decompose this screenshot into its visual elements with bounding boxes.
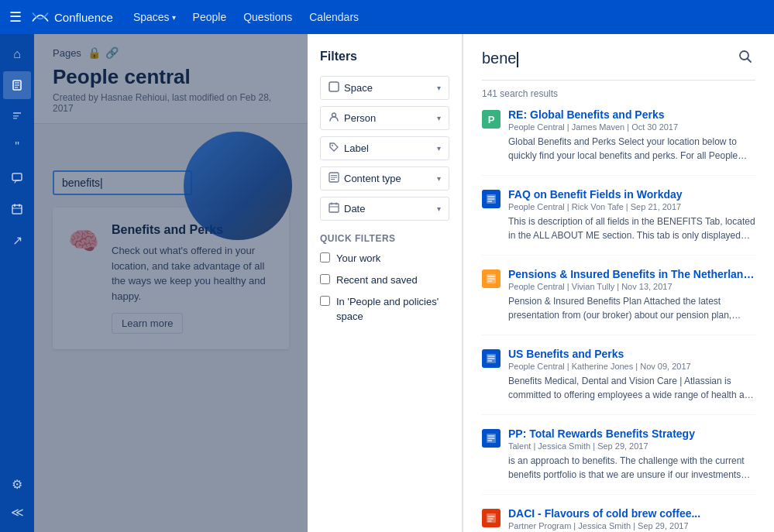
svg-line-21: [748, 59, 752, 63]
recent-saved-label: Recent and saved: [336, 273, 418, 287]
content-type-filter-label: Content type: [344, 173, 401, 184]
nav-spaces[interactable]: Spaces ▾: [126, 8, 184, 26]
sidebar-item-calendar[interactable]: [3, 195, 31, 223]
comment-icon: [11, 172, 23, 184]
content-type-filter-icon: [329, 172, 339, 185]
result-snippet-3: Pension & Insured Benefits Plan Attached…: [508, 294, 755, 322]
filters-title: Filters: [320, 50, 449, 63]
sidebar-item-collapse[interactable]: ≪: [3, 498, 31, 526]
nav-questions[interactable]: Questions: [236, 8, 300, 26]
space-chevron-icon: ▾: [437, 84, 441, 92]
result-body-3: Pensions & Insured Benefits in The Nethe…: [508, 268, 755, 322]
result-body-2: FAQ on Benefit Fields in Workday People …: [508, 188, 755, 242]
result-title-4: US Benefits and Perks: [508, 348, 755, 360]
result-meta-4: People Central | Katherine Jones | Nov 0…: [508, 362, 755, 371]
result-icon-3: [482, 269, 501, 288]
confluence-logo-icon: [31, 8, 50, 26]
date-filter-icon: [329, 202, 339, 215]
sidebar-item-quote[interactable]: ": [3, 133, 31, 161]
calendar-icon: [11, 203, 23, 215]
in-space-checkbox[interactable]: [320, 296, 330, 306]
sidebar-item-settings[interactable]: ⚙: [3, 470, 31, 498]
search-cursor: [517, 52, 518, 67]
recent-and-saved-filter[interactable]: Recent and saved: [320, 273, 449, 287]
result-snippet-1: Global Benefits and Perks Select your lo…: [508, 135, 755, 163]
content-type-filter-button[interactable]: Content type ▾: [320, 166, 449, 190]
blog-icon: [11, 110, 23, 122]
your-work-checkbox[interactable]: [320, 252, 330, 263]
main-layout: ⌂ ": [0, 34, 774, 532]
sidebar-item-pages[interactable]: [3, 71, 31, 99]
svg-rect-16: [329, 204, 339, 212]
result-item[interactable]: P RE: Global Benefits and Perks People C…: [482, 108, 755, 176]
person-filter-button[interactable]: Person ▾: [320, 106, 449, 130]
content-panel: Pages 🔒 🔗 People central Created by Hasn…: [34, 34, 308, 532]
your-work-filter[interactable]: Your work: [320, 252, 449, 266]
in-space-label: In 'People and policies' space: [336, 295, 449, 323]
hamburger-menu[interactable]: ☰: [9, 9, 22, 26]
result-snippet-2: This is description of all fields in the…: [508, 215, 755, 242]
result-icon-6: [482, 509, 501, 527]
search-query-display[interactable]: bene: [482, 50, 518, 67]
result-item[interactable]: PP: Total Rewards Benefits Strategy Tale…: [482, 427, 755, 495]
date-filter-button[interactable]: Date ▾: [320, 197, 449, 221]
result-meta-1: People Central | James Maven | Oct 30 20…: [508, 122, 755, 132]
result-snippet-5: is an approach to benefits. The challeng…: [508, 454, 755, 482]
result-body-1: RE: Global Benefits and Perks People Cen…: [508, 108, 755, 163]
result-title-1: RE: Global Benefits and Perks: [508, 108, 755, 121]
logo-text: Confluence: [54, 11, 113, 24]
result-item[interactable]: US Benefits and Perks People Central | K…: [482, 348, 755, 415]
space-filter-button[interactable]: Space ▾: [320, 76, 449, 100]
overlay: [34, 34, 308, 532]
sidebar-item-home[interactable]: ⌂: [3, 40, 31, 68]
result-title-5: PP: Total Rewards Benefits Strategy: [508, 427, 755, 440]
pages-icon: [11, 79, 23, 91]
sidebar-bottom: ⚙ ≪: [3, 470, 31, 526]
person-filter-icon: [329, 112, 339, 125]
result-icon-4: [482, 349, 501, 368]
date-chevron-icon: ▾: [437, 204, 441, 213]
date-filter-label: Date: [344, 203, 365, 215]
nav-calendars[interactable]: Calendars: [301, 8, 366, 26]
result-item[interactable]: DACI - Flavours of cold brew coffee... P…: [482, 507, 755, 532]
nav-items: Spaces ▾ People Questions Calendars: [126, 8, 366, 26]
your-work-label: Your work: [336, 252, 380, 266]
space-filter-label: Space: [344, 82, 373, 94]
result-item[interactable]: FAQ on Benefit Fields in Workday People …: [482, 188, 755, 256]
result-title-3: Pensions & Insured Benefits in The Nethe…: [508, 268, 755, 280]
spaces-chevron: ▾: [172, 13, 176, 22]
result-meta-6: Partner Program | Jessica Smith | Sep 29…: [508, 521, 755, 530]
in-space-filter[interactable]: In 'People and policies' space: [320, 295, 449, 323]
search-bar: bene: [482, 46, 755, 81]
filters-panel: Filters Space ▾ Person ▾ Label ▾: [308, 34, 463, 532]
recent-saved-checkbox[interactable]: [320, 274, 330, 284]
svg-rect-5: [12, 205, 22, 214]
person-filter-label: Person: [344, 112, 376, 124]
confluence-logo[interactable]: Confluence: [31, 8, 113, 26]
result-snippet-4: Benefits Medical, Dental and Vision Care…: [508, 374, 755, 402]
sidebar: ⌂ ": [0, 34, 34, 532]
result-meta-5: Talent | Jessica Smith | Sep 29, 2017: [508, 441, 755, 451]
result-icon-2: [482, 190, 501, 208]
result-body-5: PP: Total Rewards Benefits Strategy Tale…: [508, 427, 755, 482]
result-title-6: DACI - Flavours of cold brew coffee...: [508, 507, 755, 520]
label-filter-button[interactable]: Label ▾: [320, 136, 449, 160]
sidebar-item-comment[interactable]: [3, 164, 31, 192]
search-results-panel: bene 141 search results P RE: Global Ben…: [463, 34, 774, 532]
content-type-chevron-icon: ▾: [437, 174, 441, 183]
nav-people[interactable]: People: [185, 8, 235, 26]
label-chevron-icon: ▾: [437, 144, 441, 153]
person-chevron-icon: ▾: [437, 114, 441, 122]
result-item[interactable]: Pensions & Insured Benefits in The Nethe…: [482, 268, 755, 335]
sidebar-item-export[interactable]: ↗: [3, 226, 31, 254]
space-filter-icon: [329, 81, 339, 94]
sidebar-item-blog[interactable]: [3, 102, 31, 130]
results-count: 141 search results: [482, 88, 755, 99]
search-submit-icon[interactable]: [735, 46, 755, 70]
quick-filters-title: Quick filters: [320, 233, 449, 244]
result-meta-3: People Central | Vivian Tully | Nov 13, …: [508, 282, 755, 291]
label-filter-label: Label: [344, 142, 369, 154]
result-meta-2: People Central | Rick Von Tafe | Sep 21,…: [508, 202, 755, 211]
top-navigation: ☰ Confluence Spaces ▾ People Questions C…: [0, 0, 774, 34]
svg-point-11: [332, 145, 333, 146]
